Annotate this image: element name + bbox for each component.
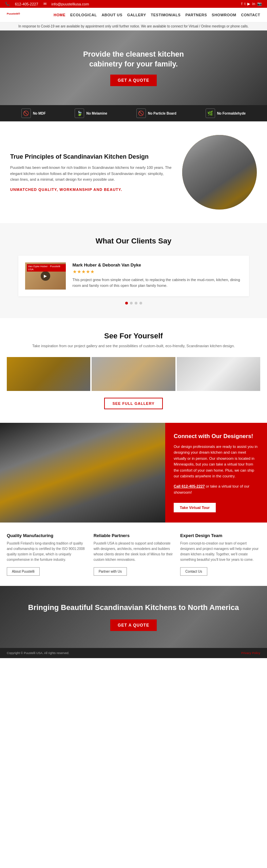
scandi-tagline: Unmatched quality, workmanship and beaut… bbox=[10, 188, 172, 192]
phone-number[interactable]: 612-405-2227 bbox=[15, 2, 38, 6]
badges-row: 🚫 No MDF 🍃 No Melamine 🚫 No Particle Boa… bbox=[0, 105, 267, 121]
scandi-image bbox=[182, 135, 257, 210]
nav-partners[interactable]: PARTNERS bbox=[185, 13, 207, 17]
footer: Copyright © Puustelli USA. All rights re… bbox=[0, 648, 267, 658]
dot-4[interactable] bbox=[139, 302, 142, 304]
connect-kitchen-image bbox=[0, 423, 165, 523]
gallery-section: See For Yourself Take inspiration from o… bbox=[0, 318, 267, 423]
col-design: Expert Design Team From concept-to-creat… bbox=[180, 533, 260, 576]
connect-body: Our design professionals are ready to as… bbox=[174, 444, 259, 480]
email-address[interactable]: info@puustelliusa.com bbox=[52, 2, 89, 6]
nav-ecological[interactable]: ECOLOGICAL bbox=[70, 13, 97, 17]
nav-home[interactable]: HOME bbox=[54, 13, 65, 17]
phone-icon: 📞 bbox=[5, 2, 10, 6]
col-quality-body: Puustelli Finland's long-standing tradit… bbox=[7, 541, 87, 563]
three-columns-section: Quality Manufacturing Puustelli Finland'… bbox=[0, 522, 267, 586]
bottom-hero-heading: Bringing Beautiful Scandinavian Kitchens… bbox=[10, 603, 257, 613]
hero-headline: Provide the cleanest kitchen cabinetry f… bbox=[66, 50, 202, 69]
no-mdf-icon: 🚫 bbox=[21, 108, 31, 118]
scandi-text: True Principles of Scandinavian Kitchen … bbox=[10, 153, 172, 192]
testimonial-body: This project grew from simple shoe cabin… bbox=[73, 277, 242, 288]
no-formaldehyde-icon: 🌿 bbox=[206, 108, 215, 118]
gallery-grid bbox=[7, 357, 260, 391]
footer-privacy-link[interactable]: Privacy Policy bbox=[241, 651, 260, 655]
logo: Puustelli® bbox=[7, 11, 20, 19]
play-button[interactable]: ▶ bbox=[41, 271, 50, 281]
bottom-hero-content: Bringing Beautiful Scandinavian Kitchens… bbox=[10, 603, 257, 631]
bottom-cta-button[interactable]: GET A QUOTE bbox=[110, 619, 157, 631]
badge-no-melamine: 🍃 No Melamine bbox=[75, 108, 107, 118]
connect-red-panel: Connect with Our Designers! Our design p… bbox=[165, 423, 267, 523]
footer-copyright: Copyright © Puustelli USA. All rights re… bbox=[7, 651, 69, 655]
social-icons: f t ▶ in 📷 bbox=[241, 2, 262, 6]
virtual-tour-button[interactable]: Take Virtual Tour bbox=[174, 503, 216, 512]
connect-phone-link[interactable]: Call 612-405-2227 bbox=[174, 484, 205, 488]
scandinavian-section: True Principles of Scandinavian Kitchen … bbox=[0, 121, 267, 223]
scandi-heading: True Principles of Scandinavian Kitchen … bbox=[10, 153, 172, 161]
gallery-sub: Take inspiration from our project galler… bbox=[7, 343, 260, 349]
dot-indicators bbox=[7, 302, 260, 304]
no-melamine-icon: 🍃 bbox=[75, 108, 84, 118]
connect-kitchen-inner bbox=[0, 423, 165, 523]
nav-testimonials[interactable]: TESTIMONIALS bbox=[151, 13, 180, 17]
col-partners-title: Reliable Partners bbox=[94, 533, 174, 538]
badge-no-mdf: 🚫 No MDF bbox=[21, 108, 46, 118]
bottom-hero-section: Bringing Beautiful Scandinavian Kitchens… bbox=[0, 586, 267, 648]
linkedin-icon[interactable]: in bbox=[252, 2, 255, 6]
nav-about[interactable]: ABOUT US bbox=[101, 13, 122, 17]
col-quality-title: Quality Manufacturing bbox=[7, 533, 87, 538]
notice-text: In response to Covid-19 we are available… bbox=[18, 24, 248, 28]
video-thumbnail[interactable]: Van Dyke Huber · Puustelli USA ▶ bbox=[25, 262, 66, 290]
col-quality: Quality Manufacturing Puustelli Finland'… bbox=[7, 533, 87, 576]
scandi-body: Puustelli has been well-known for rich t… bbox=[10, 165, 172, 183]
col-partners-body: Puustelli USA is pleased to support and … bbox=[94, 541, 174, 563]
gallery-image-3 bbox=[177, 357, 260, 391]
see-full-gallery-button[interactable]: SEE FULL GALLERY bbox=[104, 398, 163, 409]
connect-heading: Connect with Our Designers! bbox=[174, 433, 259, 440]
nav-gallery[interactable]: GALLERY bbox=[127, 13, 146, 17]
connect-section: Connect with Our Designers! Our design p… bbox=[0, 423, 267, 523]
testimonials-section: What Our Clients Say Van Dyke Huber · Pu… bbox=[0, 223, 267, 318]
partner-with-us-button[interactable]: Partner with Us bbox=[94, 567, 127, 576]
col-partners: Reliable Partners Puustelli USA is pleas… bbox=[94, 533, 174, 576]
col-design-title: Expert Design Team bbox=[180, 533, 260, 538]
gallery-image-2 bbox=[92, 357, 175, 391]
nav-links: HOME ECOLOGICAL ABOUT US GALLERY TESTIMO… bbox=[54, 13, 260, 17]
testimonial-card: Van Dyke Huber · Puustelli USA ▶ Mark Hu… bbox=[18, 256, 249, 296]
col-design-body: From concept-to-creation our team of exp… bbox=[180, 541, 260, 563]
badge-no-particle-board: 🚫 No Particle Board bbox=[136, 108, 176, 118]
top-bar: 📞 612-405-2227 ✉ info@puustelliusa.com f… bbox=[0, 0, 267, 8]
nav-showroom[interactable]: SHOWROOM bbox=[212, 13, 236, 17]
dot-1[interactable] bbox=[125, 302, 128, 304]
testimonial-name: Mark Huber & Deborah Van Dyke bbox=[73, 262, 242, 268]
hero-content: Provide the cleanest kitchen cabinetry f… bbox=[66, 50, 202, 86]
navbar: Puustelli® HOME ECOLOGICAL ABOUT US GALL… bbox=[0, 8, 267, 22]
email-icon: ✉ bbox=[43, 2, 46, 6]
facebook-icon[interactable]: f bbox=[241, 2, 242, 6]
video-label: Van Dyke Huber · Puustelli USA bbox=[27, 264, 66, 272]
testimonials-heading: What Our Clients Say bbox=[7, 237, 260, 245]
logo-sup: ® bbox=[18, 12, 20, 15]
twitter-icon[interactable]: t bbox=[244, 2, 245, 6]
nav-contact[interactable]: CONTACT bbox=[241, 13, 260, 17]
scandi-image-inner bbox=[182, 135, 257, 210]
testimonial-text: Mark Huber & Deborah Van Dyke ★★★★★ This… bbox=[73, 262, 242, 288]
no-particle-board-icon: 🚫 bbox=[136, 108, 146, 118]
youtube-icon[interactable]: ▶ bbox=[247, 2, 250, 6]
instagram-icon[interactable]: 📷 bbox=[257, 2, 262, 6]
about-puustelli-button[interactable]: About Puustelli bbox=[7, 567, 40, 576]
notice-bar: In response to Covid-19 we are available… bbox=[0, 22, 267, 31]
contact-us-button[interactable]: Contact Us bbox=[180, 567, 207, 576]
dot-3[interactable] bbox=[135, 302, 137, 304]
gallery-heading: See For Yourself bbox=[7, 332, 260, 340]
gallery-image-1 bbox=[7, 357, 90, 391]
connect-phone: Call 612-405-2227 or take a virtual tour… bbox=[174, 484, 259, 495]
badge-no-formaldehyde: 🌿 No Formaldehyde bbox=[206, 108, 246, 118]
testimonial-stars: ★★★★★ bbox=[73, 269, 242, 274]
hero-cta-button[interactable]: GET A QUOTE bbox=[110, 75, 157, 86]
logo-text: Puustelli bbox=[7, 12, 18, 15]
dot-2[interactable] bbox=[130, 302, 133, 304]
hero-section: Provide the cleanest kitchen cabinetry f… bbox=[0, 31, 267, 105]
